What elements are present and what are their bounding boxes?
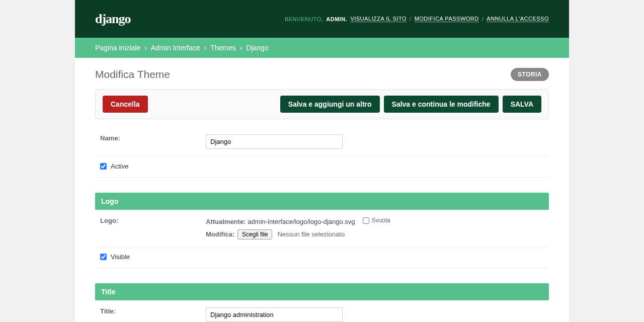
active-checkbox[interactable] bbox=[100, 163, 107, 170]
header: django BENVENUTO, ADMIN. VISUALIZZA IL S… bbox=[75, 0, 569, 38]
user-tools: BENVENUTO, ADMIN. VISUALIZZA IL SITO / M… bbox=[285, 16, 549, 22]
save-continue-button[interactable]: Salva e continua le modifiche bbox=[384, 96, 499, 113]
title-row: Title: bbox=[95, 300, 549, 323]
logo-section-header: Logo bbox=[95, 193, 549, 210]
submit-row: Cancella Salva e aggiungi un altro Salva… bbox=[95, 89, 549, 119]
logo-row: Logo: Attualmente: admin-interface/logo/… bbox=[95, 210, 549, 247]
name-input[interactable] bbox=[206, 134, 343, 149]
breadcrumb-home[interactable]: Pagina iniziale bbox=[95, 44, 140, 52]
title-input[interactable] bbox=[206, 307, 343, 322]
change-password-link[interactable]: MODIFICA PASSWORD bbox=[415, 16, 479, 22]
save-button[interactable]: SALVA bbox=[503, 96, 541, 113]
history-button[interactable]: STORIA bbox=[511, 68, 549, 81]
breadcrumb-app[interactable]: Admin Interface bbox=[151, 44, 200, 52]
currently-label: Attualmente: bbox=[206, 218, 246, 225]
delete-button[interactable]: Cancella bbox=[103, 96, 148, 113]
welcome-text: BENVENUTO, bbox=[285, 16, 323, 22]
name-row: Name: bbox=[95, 127, 549, 156]
logo-label: Logo: bbox=[100, 217, 206, 224]
breadcrumb-current: Django bbox=[246, 44, 268, 52]
visible-label: Visible bbox=[111, 253, 130, 261]
active-row: Active bbox=[95, 156, 549, 178]
page-title: Modifica Theme bbox=[95, 68, 170, 80]
logout-link[interactable]: ANNULLA L'ACCESSO bbox=[487, 16, 549, 22]
name-label: Name: bbox=[100, 134, 206, 142]
user-name: ADMIN. bbox=[326, 16, 347, 22]
clear-label: Svuota bbox=[371, 217, 390, 224]
no-file-text: Nessun file selezionato bbox=[277, 230, 345, 238]
breadcrumb-model[interactable]: Themes bbox=[210, 44, 236, 52]
logo: django bbox=[95, 12, 131, 27]
title-section-header: Title bbox=[95, 283, 549, 300]
visible-row: Visible bbox=[95, 247, 549, 268]
save-add-another-button[interactable]: Salva e aggiungi un altro bbox=[280, 96, 380, 113]
breadcrumb: Pagina iniziale › Admin Interface › Them… bbox=[75, 38, 569, 58]
view-site-link[interactable]: VISUALIZZA IL SITO bbox=[350, 16, 407, 22]
choose-file-button[interactable]: Scegli file bbox=[237, 229, 272, 239]
title-label: Title: bbox=[100, 307, 206, 315]
current-file-path: admin-interface/logo/logo-django.svg bbox=[248, 218, 355, 225]
visible-checkbox[interactable] bbox=[100, 254, 107, 260]
change-label: Modifica: bbox=[206, 230, 234, 238]
active-label: Active bbox=[111, 163, 128, 170]
clear-checkbox[interactable] bbox=[363, 217, 369, 224]
